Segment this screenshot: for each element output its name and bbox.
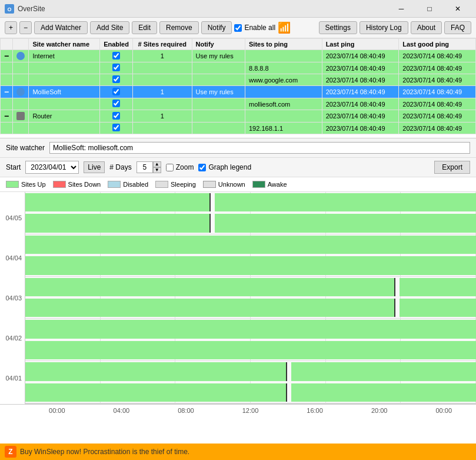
export-button[interactable]: Export <box>434 161 470 174</box>
chart-inner <box>25 192 476 404</box>
enabled-checkbox[interactable] <box>112 88 120 95</box>
maximize-button[interactable]: □ <box>416 0 443 18</box>
spinner-buttons: ▲ ▼ <box>153 161 161 173</box>
row-minus[interactable] <box>1 62 13 74</box>
row-minus[interactable] <box>1 123 13 134</box>
zoom-checkbox[interactable] <box>166 164 174 171</box>
enabled-checkbox[interactable] <box>112 100 120 107</box>
row-notify <box>192 123 245 134</box>
row-sites-req: 1 <box>133 86 192 98</box>
about-button[interactable]: About <box>411 21 442 34</box>
row-last-ping: 2023/07/14 08:40:49 <box>322 62 399 74</box>
row-minus[interactable]: − <box>1 50 13 62</box>
chart-row <box>25 341 476 359</box>
enable-all-checkbox[interactable]: Enable all <box>234 24 275 32</box>
enabled-checkbox[interactable] <box>112 75 120 83</box>
row-last-good: 2023/07/14 08:40:49 <box>399 74 476 86</box>
row-enabled[interactable] <box>100 50 133 62</box>
minimize-button[interactable]: ─ <box>388 0 415 18</box>
row-enabled[interactable] <box>100 110 133 123</box>
row-last-ping: 2023/07/14 08:40:49 <box>322 110 399 123</box>
row-name: MollieSoft <box>29 86 100 98</box>
x-axis-label: 00:00 <box>411 407 476 414</box>
row-sites-req <box>133 74 192 86</box>
row-last-good: 2023/07/14 08:40:49 <box>399 50 476 62</box>
days-input[interactable] <box>137 161 153 173</box>
remove-small-button[interactable]: − <box>19 21 32 34</box>
graph-legend-checkbox[interactable] <box>198 164 206 171</box>
legend-bar: Sites UpSites DownDisabledSleepingUnknow… <box>0 177 476 192</box>
enabled-checkbox[interactable] <box>112 124 120 131</box>
col-lastgood-header: Last good ping <box>399 39 476 50</box>
enabled-checkbox[interactable] <box>112 64 120 71</box>
row-icon-cell <box>13 110 29 123</box>
svg-text:O: O <box>7 6 11 12</box>
row-enabled[interactable] <box>100 62 133 74</box>
row-enabled[interactable] <box>100 86 133 98</box>
row-sites-req <box>133 62 192 74</box>
spin-down-button[interactable]: ▼ <box>153 167 161 173</box>
chart-container: 04/0504/0404/0304/0204/01 <box>0 192 476 404</box>
legend-swatch <box>203 181 216 188</box>
spin-up-button[interactable]: ▲ <box>153 161 161 167</box>
start-date-dropdown[interactable]: 2023/04/01 <box>25 161 79 174</box>
row-enabled[interactable] <box>100 123 133 134</box>
legend-label: Sites Down <box>68 181 101 188</box>
table-row[interactable]: www.google.com 2023/07/14 08:40:49 2023/… <box>1 74 476 86</box>
bar-segment <box>400 278 476 296</box>
row-notify: Use my rules <box>192 86 245 98</box>
row-enabled[interactable] <box>100 98 133 110</box>
row-name <box>29 62 100 74</box>
row-minus[interactable] <box>1 98 13 110</box>
graph-legend-checkbox-label[interactable]: Graph legend <box>198 163 251 171</box>
row-minus[interactable] <box>1 74 13 86</box>
x-axis: 00:0004:0008:0012:0016:0020:0000:00 <box>0 404 476 414</box>
table-row[interactable]: − Internet 1 Use my rules 2023/07/14 08:… <box>1 50 476 62</box>
edit-button[interactable]: Edit <box>132 21 157 34</box>
row-sites-ping <box>245 86 322 98</box>
site-watcher-table: Site watcher name Enabled # Sites requir… <box>0 38 476 138</box>
history-log-button[interactable]: History Log <box>360 21 408 34</box>
faq-button[interactable]: FAQ <box>444 21 471 34</box>
legend-item: Sites Down <box>53 181 101 188</box>
table-row[interactable]: 8.8.8.8 2023/07/14 08:40:49 2023/07/14 0… <box>1 62 476 74</box>
live-button[interactable]: Live <box>84 161 105 173</box>
y-axis-labels: 04/0504/0404/0304/0204/01 <box>0 192 25 404</box>
enabled-checkbox[interactable] <box>112 52 120 59</box>
row-name <box>29 123 100 134</box>
bar-segment <box>25 362 287 380</box>
bar-segment <box>400 299 476 317</box>
enabled-checkbox[interactable] <box>112 112 120 120</box>
table-row[interactable]: molliesoft.com 2023/07/14 08:40:49 2023/… <box>1 98 476 110</box>
col-notify-header: Notify <box>192 39 245 50</box>
add-site-button[interactable]: Add Site <box>90 21 129 34</box>
enable-all-input[interactable] <box>234 24 242 32</box>
add-button[interactable]: + <box>5 21 17 34</box>
wifi-icon: 📶 <box>278 21 291 34</box>
bar-segment <box>25 193 210 211</box>
row-enabled[interactable] <box>100 74 133 86</box>
table-row[interactable]: − Router 1 2023/07/14 08:40:49 2023/07/1… <box>1 110 476 123</box>
add-watcher-button[interactable]: Add Watcher <box>34 21 88 34</box>
window-controls: ─ □ ✕ <box>388 0 471 18</box>
chart-row <box>25 278 476 296</box>
row-notify: Use my rules <box>192 50 245 62</box>
notify-button[interactable]: Notify <box>201 21 232 34</box>
globe-icon <box>16 52 25 60</box>
table-row[interactable]: − MollieSoft 1 Use my rules 2023/07/14 0… <box>1 86 476 98</box>
row-minus[interactable]: − <box>1 86 13 98</box>
toolbar: + − Add Watcher Add Site Edit Remove Not… <box>0 18 476 38</box>
x-axis-label: 12:00 <box>218 407 283 414</box>
row-sites-req: 1 <box>133 50 192 62</box>
close-button[interactable]: ✕ <box>444 0 471 18</box>
site-watcher-value: MollieSoft: molliesoft.com <box>49 142 470 154</box>
legend-swatch <box>6 181 19 188</box>
row-minus[interactable]: − <box>1 110 13 123</box>
zoom-checkbox-label[interactable]: Zoom <box>166 163 194 171</box>
settings-button[interactable]: Settings <box>319 21 357 34</box>
row-last-good: 2023/07/14 08:40:49 <box>399 123 476 134</box>
table-row[interactable]: 192.168.1.1 2023/07/14 08:40:49 2023/07/… <box>1 123 476 134</box>
col-sites-header: # Sites required <box>133 39 192 50</box>
remove-button[interactable]: Remove <box>159 21 199 34</box>
graph-legend-label: Graph legend <box>208 163 251 171</box>
